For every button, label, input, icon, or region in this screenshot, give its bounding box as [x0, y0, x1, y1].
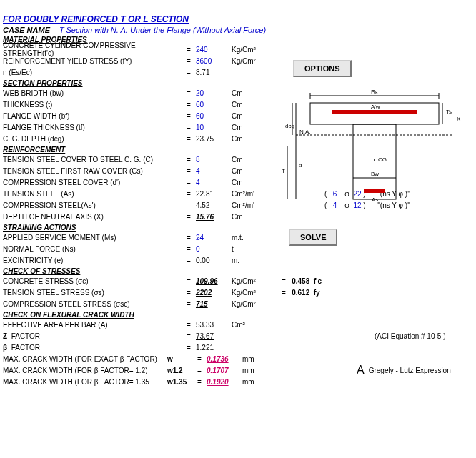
z-label: Z FACTOR [3, 332, 182, 340]
n-value: 8.71 [196, 69, 232, 76]
case-name-row: CASE NAME T-Section with N. A. Under the… [3, 26, 473, 34]
svg-rect-5 [353, 124, 396, 199]
svg-text:X: X [457, 116, 461, 122]
as-value: 22.81 [196, 190, 232, 198]
fy-value: 3600 [196, 57, 232, 65]
section-properties: SECTION PROPERTIES [3, 79, 473, 87]
dcg-value: 23.75 [196, 135, 232, 143]
ns-value: 0 [196, 245, 232, 253]
dcg-label: C. G. DEPTH (dcg) [3, 135, 182, 143]
ts-value: 2202 [196, 289, 232, 297]
svg-text:Ts: Ts [446, 109, 452, 115]
asc-label: COMPRESSION STEEL(As') [3, 201, 182, 209]
bw-value: 20 [196, 89, 232, 97]
css-value: 715 [196, 300, 232, 308]
aci-note: (ACI Equation # 10-5 ) [375, 332, 446, 340]
cs-label: CONCRETE STRESS (σc) [3, 277, 182, 285]
a-value: 53.33 [196, 321, 232, 329]
section-check-stress: CHECK OF STRESSES [3, 267, 473, 275]
cs-label: TENSION STEEL FIRST RAW COVER (Cs) [3, 167, 182, 175]
svg-rect-23 [364, 189, 385, 193]
c-label: TENSION STEEL COVER TO STEEL C. G. (C) [3, 156, 182, 164]
as-label: TENSION STEEL (As) [3, 190, 182, 198]
cs-value: 109.96 [196, 277, 232, 285]
section-diagram: Bₕ A'w N.A. dcg X Ts T d CG Bw As [282, 89, 475, 204]
title-line [3, 3, 473, 13]
x-value: 15.76 [196, 213, 232, 221]
ts-label: TENSION STEEL STRESS (σs) [3, 289, 182, 297]
ns-label: NORMAL FORCE (Ns) [3, 245, 182, 253]
svg-text:Bw: Bw [371, 171, 379, 177]
w12-label: MAX. CRACK WIDTH (FOR β FACTOR= 1.2) [3, 367, 167, 374]
b-label: β FACTOR [3, 344, 182, 352]
section-straining: STRAINING ACTIONS [3, 224, 473, 232]
svg-text:N.A.: N.A. [299, 129, 311, 135]
d-label: COMPRESSION STEEL COVER (d') [3, 179, 182, 186]
fc-unit: Kg/Cm² [232, 46, 267, 54]
css-label: COMPRESSION STEEL STRESS (σsc) [3, 300, 182, 308]
tf-value: 10 [196, 124, 232, 131]
svg-text:Bₕ: Bₕ [371, 89, 378, 96]
d-value: 4 [196, 179, 232, 186]
ms-value: 24 [196, 234, 232, 242]
ms-label: APPLIED SERVICE MOMENT (Ms) [3, 234, 182, 242]
case-name-label: CASE NAME [3, 26, 50, 34]
w-label: MAX. CRACK WIDTH (FOR EXACT β FACTOR) [3, 355, 167, 363]
solve-button[interactable]: SOLVE [289, 229, 337, 246]
e-label: EXCINTRICITY (e) [3, 257, 182, 264]
title-line2: FOR DOUBLY REINFORCED T OR L SECTION [3, 14, 473, 24]
z-value: 73.67 [196, 332, 232, 340]
w-value: 0.1736 [207, 355, 242, 363]
svg-text:A'w: A'w [371, 104, 380, 110]
svg-text:As: As [372, 196, 378, 203]
case-name-value: T-Section with N. A. Under the Flange (W… [59, 26, 266, 34]
w135-value: 0.1920 [207, 378, 242, 386]
bw-label: WEB BRIDTH (bw) [3, 89, 182, 97]
gl-note: Gregely - Lutz Expression [369, 367, 451, 374]
e-value: 0.00 [196, 257, 232, 264]
asc-value: 4.52 [196, 201, 232, 209]
x-label: DEPTH OF NEUTRAL AXIS (X) [3, 213, 182, 221]
svg-rect-6 [332, 110, 417, 114]
bf-value: 60 [196, 112, 232, 120]
n-label: n (Es/Ec) [3, 69, 182, 76]
cs-value: 4 [196, 167, 232, 175]
t-label: THICKNESS (t) [3, 101, 182, 109]
w135-label: MAX. CRACK WIDTH (FOR β FACTOR= 1.35 [3, 378, 167, 386]
tf-label: FLANGE THICKNESS (tf) [3, 124, 182, 131]
fc-label: CONCRETE CYLINDER COMPRESSIVE STRENGTH(f… [3, 41, 182, 57]
fc-value: 240 [196, 46, 232, 54]
bf-label: FLANGE WIDTH (bf) [3, 112, 182, 120]
svg-text:CG: CG [378, 156, 387, 163]
a-label: EFFECTIVE AREA PER BAR (A) [3, 321, 182, 329]
svg-text:T: T [282, 168, 285, 174]
options-button[interactable]: OPTIONS [293, 60, 352, 77]
a-symbol: A [357, 364, 365, 377]
fy-unit: Kg/Cm² [232, 57, 267, 65]
section-check-crack: CHECK ON FLEXURAL CRACK WIDTH [3, 311, 473, 319]
svg-text:d: d [299, 162, 302, 169]
b-value: 1.221 [196, 344, 232, 352]
svg-point-19 [374, 159, 375, 161]
c-value: 8 [196, 156, 232, 164]
w12-value: 0.1707 [207, 367, 242, 374]
svg-text:dcg: dcg [285, 123, 294, 129]
fy-label: REINFORCEMENT YIELD STRESS (fY) [3, 57, 182, 65]
t-value: 60 [196, 101, 232, 109]
